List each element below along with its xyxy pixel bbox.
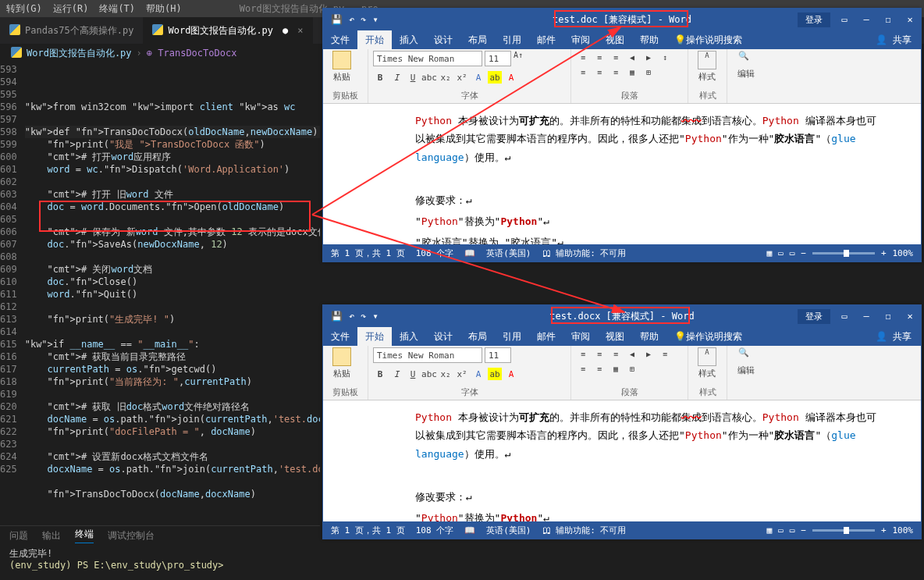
- menu-terminal[interactable]: 终端(T): [99, 2, 135, 16]
- maximize-icon[interactable]: ☐: [877, 9, 899, 30]
- ribbon-design[interactable]: 设计: [426, 327, 460, 346]
- login-button[interactable]: 登录: [798, 12, 830, 27]
- save-icon[interactable]: 💾: [331, 14, 343, 25]
- code-editor[interactable]: 593 594 595 596 597 598 599 600 601 602 …: [0, 62, 320, 525]
- styles-button[interactable]: A样式: [693, 51, 721, 83]
- ribbon-design[interactable]: 设计: [426, 30, 460, 49]
- bold-button[interactable]: B: [373, 71, 387, 84]
- ribbon-file[interactable]: 文件: [323, 327, 357, 346]
- indent-inc-icon[interactable]: ▶: [641, 51, 656, 63]
- size-select[interactable]: 11: [485, 51, 511, 66]
- font-select[interactable]: Times New Roman: [373, 51, 482, 66]
- page-status[interactable]: 第 1 页，共 1 页: [331, 247, 405, 259]
- document-area-bottom[interactable]: Python 本身被设计为可扩充的。并非所有的特性和功能都集成到语言核心。Pyt…: [323, 400, 921, 521]
- save-icon[interactable]: 💾: [331, 311, 343, 322]
- close-icon[interactable]: ✕: [899, 305, 921, 327]
- font-color-button[interactable]: A: [504, 71, 518, 84]
- ribbon-display-icon[interactable]: ▭: [833, 9, 855, 30]
- sort-icon[interactable]: ↕: [658, 51, 672, 63]
- highlight-button[interactable]: ab: [488, 71, 502, 84]
- ribbon-references[interactable]: 引用: [495, 30, 529, 49]
- ribbon-layout[interactable]: 布局: [460, 327, 495, 346]
- tab-word-auto[interactable]: Word图文报告自动化.py●×: [143, 17, 312, 44]
- zoom-slider[interactable]: [812, 252, 875, 254]
- ribbon-home[interactable]: 开始: [357, 327, 392, 346]
- subscript-button[interactable]: x₂: [439, 71, 453, 84]
- maximize-icon[interactable]: ☐: [877, 305, 899, 327]
- panel-output[interactable]: 输出: [42, 529, 61, 543]
- bullets-icon[interactable]: ≡: [576, 51, 590, 63]
- ribbon-display-icon[interactable]: ▭: [833, 305, 855, 327]
- panel-problems[interactable]: 问题: [9, 529, 28, 543]
- page-status[interactable]: 第 1 页，共 1 页: [331, 525, 405, 536]
- font-select[interactable]: Times New Roman: [373, 347, 482, 363]
- minimize-icon[interactable]: —: [855, 305, 877, 327]
- zoom-value[interactable]: 100%: [893, 248, 914, 258]
- multilevel-icon[interactable]: ≡: [609, 51, 623, 63]
- size-select[interactable]: 11: [485, 347, 511, 363]
- ribbon-layout[interactable]: 布局: [460, 30, 495, 49]
- ribbon-file[interactable]: 文件: [323, 30, 357, 49]
- view-print-icon[interactable]: ▦: [766, 248, 772, 258]
- panel-terminal[interactable]: 终端: [75, 528, 94, 543]
- minimize-icon[interactable]: —: [855, 9, 877, 30]
- close-icon[interactable]: ×: [297, 25, 303, 36]
- a11y-status[interactable]: 🕮 辅助功能: 不可用: [542, 525, 627, 536]
- ribbon-review[interactable]: 审阅: [563, 30, 598, 49]
- spell-icon[interactable]: 📖: [464, 525, 475, 536]
- underline-button[interactable]: U: [406, 71, 420, 84]
- breadcrumb-file[interactable]: Word图文报告自动化.py: [27, 47, 132, 60]
- strike-button[interactable]: abc: [422, 71, 436, 84]
- document-area-top[interactable]: Python 本身被设计为可扩充的。并非所有的特性和功能都集成到语言核心。Pyt…: [323, 104, 921, 244]
- qat-more-icon[interactable]: ▾: [372, 311, 378, 322]
- numbering-icon[interactable]: ≡: [592, 51, 606, 63]
- language-status[interactable]: 英语(美国): [486, 525, 531, 536]
- ribbon-mail[interactable]: 邮件: [529, 30, 563, 49]
- redo-icon[interactable]: ↷: [361, 311, 366, 322]
- zoom-slider[interactable]: [812, 529, 875, 532]
- paste-button[interactable]: 粘贴: [328, 51, 356, 83]
- ribbon-insert[interactable]: 插入: [392, 30, 426, 49]
- tell-me[interactable]: 💡 操作说明搜索: [666, 30, 750, 49]
- language-status[interactable]: 英语(美国): [486, 247, 531, 259]
- tell-me[interactable]: 💡 操作说明搜索: [666, 327, 750, 346]
- ribbon-view[interactable]: 视图: [598, 30, 632, 49]
- ribbon-view[interactable]: 视图: [598, 327, 632, 346]
- paste-button[interactable]: 粘贴: [328, 347, 356, 379]
- panel-debug[interactable]: 调试控制台: [108, 529, 155, 543]
- menu-help[interactable]: 帮助(H): [146, 2, 182, 16]
- view-web-icon[interactable]: ▭: [790, 248, 795, 258]
- superscript-button[interactable]: x²: [455, 71, 469, 84]
- borders-icon[interactable]: ⊞: [641, 66, 656, 78]
- align-left-icon[interactable]: ≡: [576, 66, 590, 78]
- ribbon-references[interactable]: 引用: [495, 327, 529, 346]
- tab-pandas[interactable]: Pandas75个高频操作.py: [0, 17, 143, 44]
- menu-goto[interactable]: 转到(G): [6, 2, 42, 16]
- undo-icon[interactable]: ↶: [349, 311, 354, 322]
- ribbon-review[interactable]: 审阅: [563, 327, 598, 346]
- ribbon-insert[interactable]: 插入: [392, 327, 426, 346]
- spell-icon[interactable]: 📖: [464, 248, 475, 258]
- align-right-icon[interactable]: ≡: [609, 66, 623, 78]
- ribbon-help[interactable]: 帮助: [632, 327, 666, 346]
- login-button[interactable]: 登录: [798, 309, 830, 324]
- grow-font-icon[interactable]: A↑: [514, 51, 523, 66]
- word-count[interactable]: 108 个字: [416, 525, 454, 536]
- text-effect-button[interactable]: A: [471, 71, 485, 84]
- share-button[interactable]: 👤 共享: [866, 34, 921, 47]
- view-read-icon[interactable]: ▭: [778, 248, 784, 258]
- ribbon-mail[interactable]: 邮件: [529, 327, 563, 346]
- qat-more-icon[interactable]: ▾: [372, 14, 378, 25]
- styles-button[interactable]: A样式: [693, 347, 721, 379]
- a11y-status[interactable]: 🕮 辅助功能: 不可用: [542, 247, 627, 259]
- italic-button[interactable]: I: [389, 71, 403, 84]
- terminal[interactable]: 生成完毕! (env_study) PS E:\env_study\pro_st…: [0, 545, 320, 580]
- share-button[interactable]: 👤 共享: [866, 330, 921, 343]
- editing-button[interactable]: 🔍编辑: [732, 51, 760, 80]
- align-center-icon[interactable]: ≡: [592, 66, 606, 78]
- indent-dec-icon[interactable]: ◀: [625, 51, 639, 63]
- undo-icon[interactable]: ↶: [349, 14, 354, 25]
- redo-icon[interactable]: ↷: [361, 14, 366, 25]
- menu-run[interactable]: 运行(R): [53, 2, 89, 16]
- close-icon[interactable]: ✕: [899, 9, 921, 30]
